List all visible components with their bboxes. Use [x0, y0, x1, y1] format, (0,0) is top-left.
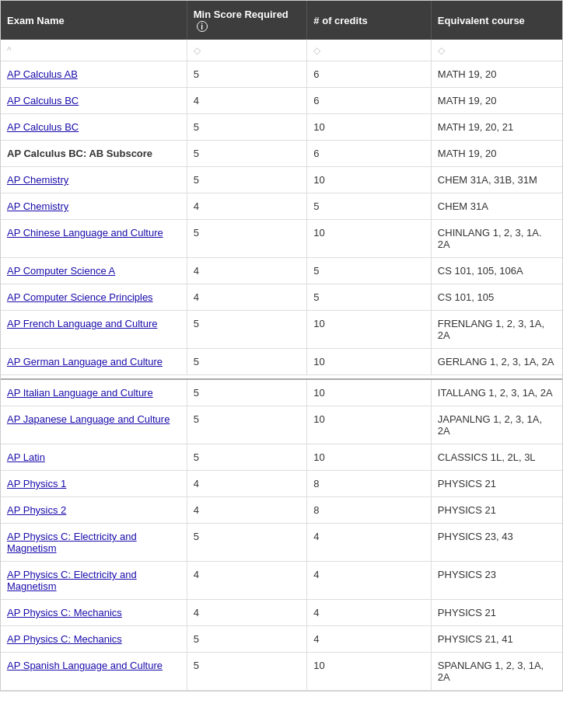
credits-cell: 10	[307, 167, 432, 193]
equiv-cell: PHYSICS 21	[431, 497, 562, 524]
exam-name-link[interactable]: AP Physics C: Mechanics	[7, 633, 122, 645]
exam-name-cell: AP Physics C: Electricity and Magnetism	[1, 562, 187, 600]
min-score-label: Min Score Required	[194, 9, 288, 20]
exam-name-link[interactable]: AP Computer Science A	[7, 265, 115, 277]
exam-name-cell: AP Calculus AB	[1, 61, 187, 88]
table-row: AP French Language and Culture510FRENLAN…	[1, 311, 562, 349]
credits-cell: 5	[307, 284, 432, 311]
exam-name-link[interactable]: AP Spanish Language and Culture	[7, 660, 163, 671]
equiv-cell: MATH 19, 20	[431, 88, 562, 114]
exam-name-link[interactable]: AP Physics C: Mechanics	[7, 607, 122, 618]
equiv-cell: PHYSICS 21, 41	[431, 626, 562, 653]
table-row: AP Calculus BC: AB Subscore56MATH 19, 20	[1, 141, 562, 167]
table-row: AP Calculus AB56MATH 19, 20	[1, 61, 562, 88]
table-row: AP Physics C: Electricity and Magnetism4…	[1, 562, 562, 600]
exam-name-link[interactable]: AP Calculus BC	[7, 121, 79, 133]
exam-name-link[interactable]: AP German Language and Culture	[7, 356, 163, 367]
credits-cell: 10	[307, 114, 432, 141]
exam-name-link[interactable]: AP Latin	[7, 451, 45, 463]
credits-cell: 6	[307, 88, 432, 114]
equiv-cell: CS 101, 105	[431, 284, 562, 311]
equiv-cell: CHINLANG 1, 2, 3, 1A. 2A	[431, 220, 562, 258]
table-row: AP Chinese Language and Culture510CHINLA…	[1, 220, 562, 258]
min-score-cell: 4	[187, 497, 307, 524]
credits-cell: 10	[307, 653, 432, 691]
exam-name-cell: AP Italian Language and Culture	[1, 379, 187, 406]
exam-name-link[interactable]: AP Chinese Language and Culture	[7, 227, 163, 239]
credits-label: # of credits	[313, 15, 367, 26]
min-score-cell: 5	[187, 114, 307, 141]
min-score-cell: 4	[187, 471, 307, 497]
exam-name-cell: AP Calculus BC	[1, 114, 187, 141]
min-score-cell: 5	[187, 141, 307, 167]
exam-name-link[interactable]: AP French Language and Culture	[7, 318, 157, 329]
sort-credits[interactable]: ◇	[307, 40, 432, 61]
exam-name-cell: AP Physics 1	[1, 471, 187, 497]
equiv-cell: MATH 19, 20, 21	[431, 114, 562, 141]
min-score-cell: 5	[187, 311, 307, 349]
exam-name-link[interactable]: AP Calculus BC	[7, 95, 79, 106]
equiv-cell: JAPANLNG 1, 2, 3, 1A, 2A	[431, 406, 562, 444]
exam-name-link[interactable]: AP Physics C: Electricity and Magnetism	[7, 569, 137, 592]
equiv-cell: CS 101, 105, 106A	[431, 258, 562, 284]
equiv-cell: CHEM 31A, 31B, 31M	[431, 167, 562, 193]
table-row: AP Computer Science Principles45CS 101, …	[1, 284, 562, 311]
info-icon[interactable]: i	[197, 21, 208, 32]
credits-cell: 10	[307, 349, 432, 375]
credits-cell: 6	[307, 141, 432, 167]
exam-name-link[interactable]: AP Japanese Language and Culture	[7, 413, 170, 425]
min-score-cell: 5	[187, 61, 307, 88]
equiv-cell: MATH 19, 20	[431, 61, 562, 88]
header-equiv[interactable]: Equivalent course	[431, 1, 562, 40]
table-row: AP Physics C: Mechanics44PHYSICS 21	[1, 600, 562, 626]
exam-name-cell: AP Calculus BC: AB Subscore	[1, 141, 187, 167]
exam-name-cell: AP Japanese Language and Culture	[1, 406, 187, 444]
credits-cell: 10	[307, 311, 432, 349]
exam-name-cell: AP Physics C: Mechanics	[1, 600, 187, 626]
min-score-cell: 5	[187, 167, 307, 193]
min-score-cell: 5	[187, 379, 307, 406]
min-score-cell: 4	[187, 258, 307, 284]
table-row: AP Physics 248PHYSICS 21	[1, 497, 562, 524]
equiv-cell: PHYSICS 21	[431, 600, 562, 626]
exam-name-cell: AP Chemistry	[1, 193, 187, 220]
exam-name-link[interactable]: AP Physics 1	[7, 478, 66, 489]
table-row: AP Spanish Language and Culture510SPANLA…	[1, 653, 562, 691]
exam-name-link[interactable]: AP Calculus AB	[7, 68, 78, 80]
exam-name-link[interactable]: AP Chemistry	[7, 174, 68, 186]
exam-name-cell: AP French Language and Culture	[1, 311, 187, 349]
credits-cell: 10	[307, 444, 432, 471]
min-score-cell: 5	[187, 653, 307, 691]
equiv-label: Equivalent course	[438, 15, 525, 26]
ap-credits-table: Exam Name Min Score Required i # of cred…	[1, 1, 562, 691]
header-exam-name[interactable]: Exam Name	[1, 1, 187, 40]
credits-cell: 4	[307, 562, 432, 600]
table-row: AP Calculus BC510MATH 19, 20, 21	[1, 114, 562, 141]
credits-cell: 10	[307, 379, 432, 406]
equiv-cell: FRENLANG 1, 2, 3, 1A, 2A	[431, 311, 562, 349]
table-row: AP Italian Language and Culture510ITALLA…	[1, 379, 562, 406]
credits-cell: 5	[307, 193, 432, 220]
sort-equiv[interactable]: ◇	[431, 40, 562, 61]
exam-name-link[interactable]: AP Italian Language and Culture	[7, 387, 153, 399]
credits-cell: 10	[307, 406, 432, 444]
exam-name-cell: AP German Language and Culture	[1, 349, 187, 375]
header-min-score[interactable]: Min Score Required i	[187, 1, 307, 40]
exam-name-link[interactable]: AP Chemistry	[7, 200, 68, 212]
sort-min[interactable]: ◇	[187, 40, 307, 61]
sort-exam[interactable]: ^	[1, 40, 187, 61]
equiv-cell: CLASSICS 1L, 2L, 3L	[431, 444, 562, 471]
equiv-cell: MATH 19, 20	[431, 141, 562, 167]
min-score-cell: 5	[187, 626, 307, 653]
equiv-cell: SPANLANG 1, 2, 3, 1A, 2A	[431, 653, 562, 691]
exam-name-link[interactable]: AP Physics 2	[7, 504, 66, 516]
min-score-cell: 4	[187, 88, 307, 114]
exam-name-link[interactable]: AP Computer Science Principles	[7, 291, 153, 303]
min-score-cell: 5	[187, 524, 307, 562]
exam-name-text: AP Calculus BC: AB Subscore	[7, 148, 152, 159]
header-credits[interactable]: # of credits	[307, 1, 432, 40]
table-row: AP Calculus BC46MATH 19, 20	[1, 88, 562, 114]
credits-cell: 5	[307, 258, 432, 284]
exam-name-link[interactable]: AP Physics C: Electricity and Magnetism	[7, 531, 137, 554]
table-row: AP Chemistry510CHEM 31A, 31B, 31M	[1, 167, 562, 193]
